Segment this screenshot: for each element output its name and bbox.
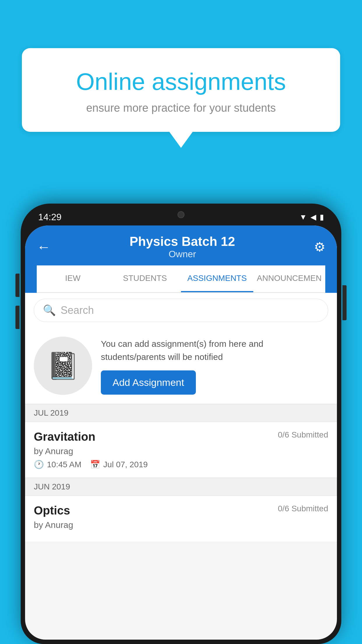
assignment-author-optics: by Anurag xyxy=(34,520,328,530)
search-bar[interactable]: 🔍 Search xyxy=(34,299,328,322)
assignment-meta-gravitation: 🕐 10:45 AM 📅 Jul 07, 2019 xyxy=(34,460,328,469)
content-area: 🔍 Search 📓 You can add assignment(s) fro… xyxy=(25,293,337,542)
signal-icon: ◀ xyxy=(310,213,316,222)
speech-bubble-container: Online assignments ensure more practice … xyxy=(22,48,340,148)
search-bar-container: 🔍 Search xyxy=(25,293,337,328)
phone-notch xyxy=(158,206,204,223)
phone-status-icons: ▼ ◀ ▮ xyxy=(299,213,324,222)
status-bar: 14:29 ▼ ◀ ▮ xyxy=(21,206,341,223)
battery-icon: ▮ xyxy=(320,213,324,222)
tab-iew[interactable]: IEW xyxy=(37,265,109,292)
back-button[interactable]: ← xyxy=(37,239,51,255)
tab-assignments[interactable]: ASSIGNMENTS xyxy=(181,265,253,292)
promo-text-block: You can add assignment(s) from here and … xyxy=(101,337,328,395)
promo-section: 📓 You can add assignment(s) from here an… xyxy=(25,328,337,404)
header-title: Physics Batch 12 xyxy=(130,234,235,249)
speech-bubble-arrow xyxy=(169,132,193,148)
meta-date-gravitation: 📅 Jul 07, 2019 xyxy=(90,460,148,469)
tab-students[interactable]: STUDENTS xyxy=(109,265,181,292)
assignment-submitted-gravitation: 0/6 Submitted xyxy=(278,430,328,440)
app-header-top: ← Physics Batch 12 Owner ⚙ xyxy=(37,234,325,265)
tab-announcements[interactable]: ANNOUNCEMEN xyxy=(253,265,326,292)
speech-bubble-subtitle: ensure more practice for your students xyxy=(45,102,317,114)
meta-time-gravitation: 🕐 10:45 AM xyxy=(34,460,81,469)
phone-camera xyxy=(178,211,184,218)
add-assignment-button[interactable]: Add Assignment xyxy=(101,370,196,395)
assignment-item-top: Gravitation 0/6 Submitted xyxy=(34,430,328,443)
volume-down-button xyxy=(15,306,20,329)
assignment-title-gravitation: Gravitation xyxy=(34,430,95,443)
assignment-item-top-optics: Optics 0/6 Submitted xyxy=(34,504,328,517)
search-icon: 🔍 xyxy=(43,304,56,316)
assignment-author-gravitation: by Anurag xyxy=(34,446,328,456)
month-separator-jun: JUN 2019 xyxy=(25,478,337,496)
phone-frame: 14:29 ▼ ◀ ▮ ← Physics Batch 12 Owner ⚙ I… xyxy=(21,204,341,644)
phone-time: 14:29 xyxy=(38,212,61,223)
tabs-bar: IEW STUDENTS ASSIGNMENTS ANNOUNCEMEN xyxy=(37,265,325,293)
assignment-submitted-optics: 0/6 Submitted xyxy=(278,504,328,513)
promo-description: You can add assignment(s) from here and … xyxy=(101,337,328,363)
assignment-title-optics: Optics xyxy=(34,504,70,517)
app-header: ← Physics Batch 12 Owner ⚙ IEW STUDENTS … xyxy=(25,225,337,293)
header-title-block: Physics Batch 12 Owner xyxy=(130,234,235,260)
month-separator-jul: JUL 2019 xyxy=(25,404,337,422)
calendar-icon: 📅 xyxy=(90,460,100,469)
promo-icon-circle: 📓 xyxy=(34,337,92,395)
assignment-time-gravitation: 10:45 AM xyxy=(47,460,81,469)
volume-up-button xyxy=(15,274,20,297)
settings-button[interactable]: ⚙ xyxy=(314,239,325,254)
assignment-item-gravitation[interactable]: Gravitation 0/6 Submitted by Anurag 🕐 10… xyxy=(25,422,337,478)
clock-icon: 🕐 xyxy=(34,460,44,469)
power-button xyxy=(342,285,347,320)
speech-bubble: Online assignments ensure more practice … xyxy=(22,48,340,132)
header-subtitle: Owner xyxy=(130,249,235,260)
assignment-item-optics[interactable]: Optics 0/6 Submitted by Anurag xyxy=(25,496,337,542)
assignment-icon: 📓 xyxy=(47,351,79,381)
phone-screen: ← Physics Batch 12 Owner ⚙ IEW STUDENTS … xyxy=(25,225,337,640)
speech-bubble-title: Online assignments xyxy=(45,69,317,95)
assignment-date-gravitation: Jul 07, 2019 xyxy=(103,460,148,469)
wifi-icon: ▼ xyxy=(299,213,307,222)
search-placeholder: Search xyxy=(61,304,94,316)
